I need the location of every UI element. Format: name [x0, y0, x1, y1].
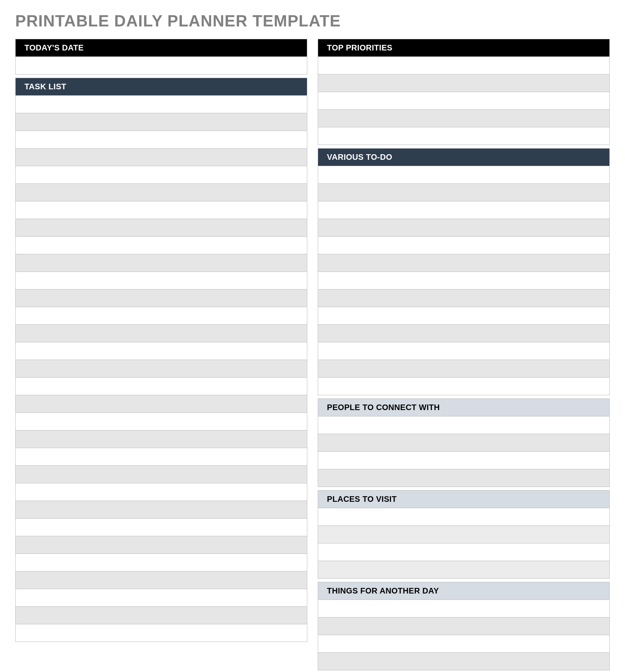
right-column: TOP PRIORITIES VARIOUS TO-DO PEOPLE TO C	[318, 39, 610, 670]
task-row[interactable]	[16, 184, 307, 201]
todo-row[interactable]	[318, 272, 609, 290]
todo-row[interactable]	[318, 360, 609, 378]
top-priorities-header: TOP PRIORITIES	[318, 39, 609, 57]
people-row[interactable]	[318, 434, 609, 452]
places-header: PLACES TO VISIT	[318, 491, 609, 508]
left-column: TODAY'S DATE TASK LIST	[15, 39, 307, 670]
priority-row[interactable]	[318, 110, 609, 127]
task-row[interactable]	[16, 448, 307, 466]
task-row[interactable]	[16, 113, 307, 131]
places-row[interactable]	[318, 561, 609, 579]
priority-row[interactable]	[318, 57, 609, 74]
task-row[interactable]	[16, 166, 307, 184]
todays-date-header: TODAY'S DATE	[16, 39, 307, 57]
todo-row[interactable]	[318, 237, 609, 254]
people-section: PEOPLE TO CONNECT WITH	[318, 398, 610, 487]
people-header: PEOPLE TO CONNECT WITH	[318, 399, 609, 416]
task-row[interactable]	[16, 519, 307, 536]
task-row[interactable]	[16, 131, 307, 149]
todo-row[interactable]	[318, 290, 609, 307]
task-row[interactable]	[16, 607, 307, 624]
todo-row[interactable]	[318, 307, 609, 325]
another-day-row[interactable]	[318, 600, 609, 618]
task-row[interactable]	[16, 96, 307, 113]
task-row[interactable]	[16, 378, 307, 395]
todo-row[interactable]	[318, 201, 609, 219]
another-day-row[interactable]	[318, 653, 609, 670]
people-row[interactable]	[318, 452, 609, 469]
priority-row[interactable]	[318, 74, 609, 92]
priority-row[interactable]	[318, 92, 609, 110]
task-row[interactable]	[16, 571, 307, 589]
task-row[interactable]	[16, 466, 307, 483]
places-row[interactable]	[318, 508, 609, 526]
todo-row[interactable]	[318, 219, 609, 237]
task-row[interactable]	[16, 431, 307, 448]
task-row[interactable]	[16, 501, 307, 519]
task-row[interactable]	[16, 272, 307, 290]
various-todo-header: VARIOUS TO-DO	[318, 149, 609, 166]
various-todo-section: VARIOUS TO-DO	[318, 148, 610, 395]
task-row[interactable]	[16, 624, 307, 642]
task-row[interactable]	[16, 536, 307, 554]
todo-row[interactable]	[318, 378, 609, 395]
priority-row[interactable]	[318, 127, 609, 145]
task-row[interactable]	[16, 201, 307, 219]
task-row[interactable]	[16, 254, 307, 272]
task-list-header: TASK LIST	[16, 78, 307, 96]
another-day-header: THINGS FOR ANOTHER DAY	[318, 582, 609, 600]
another-day-section: THINGS FOR ANOTHER DAY	[318, 582, 610, 670]
task-row[interactable]	[16, 360, 307, 378]
task-row[interactable]	[16, 395, 307, 413]
todo-row[interactable]	[318, 166, 609, 184]
places-section: PLACES TO VISIT	[318, 490, 610, 579]
people-row[interactable]	[318, 469, 609, 487]
planner-columns: TODAY'S DATE TASK LIST	[15, 39, 610, 670]
task-row[interactable]	[16, 219, 307, 237]
task-row[interactable]	[16, 554, 307, 571]
another-day-row[interactable]	[318, 618, 609, 635]
task-row[interactable]	[16, 413, 307, 431]
todays-date-value[interactable]	[16, 57, 307, 74]
another-day-row[interactable]	[318, 635, 609, 653]
task-row[interactable]	[16, 307, 307, 325]
places-row[interactable]	[318, 543, 609, 561]
places-row[interactable]	[318, 526, 609, 543]
task-row[interactable]	[16, 342, 307, 360]
todo-row[interactable]	[318, 342, 609, 360]
task-row[interactable]	[16, 149, 307, 166]
todo-row[interactable]	[318, 325, 609, 342]
task-row[interactable]	[16, 290, 307, 307]
task-row[interactable]	[16, 325, 307, 342]
todo-row[interactable]	[318, 254, 609, 272]
task-list-section: TASK LIST	[15, 78, 307, 642]
task-row[interactable]	[16, 483, 307, 501]
people-row[interactable]	[318, 416, 609, 434]
task-row[interactable]	[16, 589, 307, 607]
todo-row[interactable]	[318, 184, 609, 201]
top-priorities-section: TOP PRIORITIES	[318, 39, 610, 145]
todays-date-section: TODAY'S DATE	[15, 39, 307, 74]
page-title: PRINTABLE DAILY PLANNER TEMPLATE	[15, 12, 610, 30]
task-row[interactable]	[16, 237, 307, 254]
